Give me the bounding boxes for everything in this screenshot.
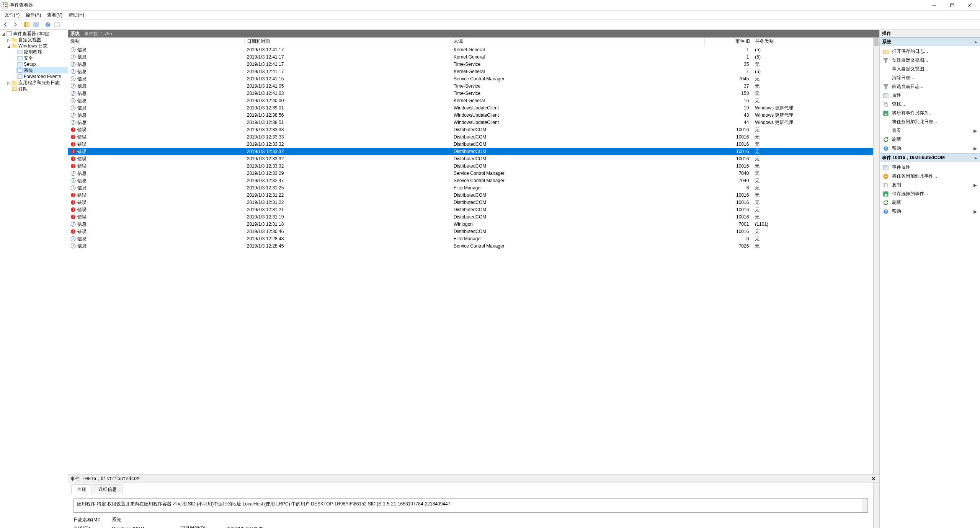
table-row[interactable]: !错误2019/1/3 12:33:32DistributedCOM10016无 — [68, 141, 873, 148]
scrollbar[interactable] — [873, 37, 879, 474]
table-row[interactable]: i信息2019/1/3 12:38:51WindowsUpdateClient4… — [68, 119, 873, 126]
action-item[interactable]: 查看▶ — [880, 126, 980, 135]
expander-icon[interactable]: ◢ — [6, 44, 11, 48]
maximize-button[interactable] — [943, 0, 961, 11]
expander-icon[interactable]: ◢ — [1, 32, 6, 36]
tree-subscriptions[interactable]: ▷ 订阅 — [5, 86, 68, 92]
table-row[interactable]: i信息2019/1/3 12:41:03Time-Service158无 — [68, 90, 873, 97]
col-header-id[interactable]: 事件 ID — [705, 37, 753, 46]
menu-help[interactable]: 帮助(H) — [65, 11, 87, 19]
collapse-icon[interactable]: ▲ — [974, 40, 978, 44]
filter-icon — [883, 57, 889, 64]
action-item[interactable]: 刷新 — [880, 135, 980, 144]
scrollbar-thumb[interactable] — [874, 38, 879, 46]
tab-details[interactable]: 详细信息 — [93, 484, 122, 494]
value-logged: 2019/1/3 12:33:32 — [227, 526, 303, 528]
help-button[interactable]: ? — [44, 20, 52, 29]
menu-view[interactable]: 查看(V) — [44, 11, 65, 19]
table-row[interactable]: !错误2019/1/3 12:31:19DistributedCOM10016无 — [68, 213, 873, 221]
cell-source: DistributedCOM — [451, 141, 705, 148]
action-item[interactable]: 保存选择的事件... — [880, 189, 980, 198]
action-item[interactable]: 将任务附加到此事件... — [880, 172, 980, 181]
table-row[interactable]: !错误2019/1/3 12:31:22DistributedCOM10016无 — [68, 199, 873, 206]
show-hide-tree-button[interactable] — [23, 20, 31, 29]
action-item[interactable]: 将任务附加到此日志... — [880, 117, 980, 126]
table-row[interactable]: i信息2019/1/3 12:40:00Kernel-General16无 — [68, 97, 873, 104]
forward-button[interactable] — [11, 20, 19, 29]
minimize-button[interactable] — [926, 0, 943, 11]
tree-log-security[interactable]: 安全 — [16, 55, 68, 61]
actions-section-event[interactable]: 事件 10016，DistributedCOM ▲ — [880, 153, 980, 162]
col-header-category[interactable]: 任务类别 — [753, 37, 873, 46]
table-row[interactable]: !错误2019/1/3 12:33:32DistributedCOM10016无 — [68, 155, 873, 163]
action-item[interactable]: 事件属性 — [880, 163, 980, 172]
expander-icon[interactable]: ▷ — [6, 81, 11, 85]
cell-date: 2019/1/3 12:30:46 — [245, 228, 451, 235]
action-item[interactable]: 刷新 — [880, 198, 980, 207]
actions-section-system[interactable]: 系统 ▲ — [880, 37, 980, 46]
table-row[interactable]: i信息2019/1/3 12:41:15Service Control Mana… — [68, 75, 873, 83]
toolbar-separator — [21, 21, 21, 28]
tree-log-forwarded[interactable]: Forwarded Events — [16, 73, 68, 80]
back-button[interactable] — [2, 20, 10, 29]
table-row[interactable]: i信息2019/1/3 12:28:48FilterManager6无 — [68, 235, 873, 243]
menu-file[interactable]: 文件(F) — [2, 11, 23, 19]
properties-button[interactable] — [32, 20, 40, 29]
action-label: 创建自定义视图... — [892, 57, 928, 64]
scrollbar[interactable] — [862, 499, 867, 512]
action-item[interactable]: 查找... — [880, 100, 980, 109]
table-row[interactable]: !错误2019/1/3 12:33:33DistributedCOM10016无 — [68, 126, 873, 134]
tree-pane[interactable]: ◢ 事件查看器 (本地) ▷ 自定义视图 — [0, 30, 68, 528]
tree-log-system[interactable]: 系统 — [16, 67, 68, 73]
action-item[interactable]: 复制▶ — [880, 181, 980, 189]
info-icon: i — [70, 222, 76, 227]
table-row[interactable]: i信息2019/1/3 12:39:01WindowsUpdateClient1… — [68, 104, 873, 112]
table-row[interactable]: i信息2019/1/3 12:32:47Service Control Mana… — [68, 177, 873, 184]
table-row[interactable]: !错误2019/1/3 12:31:22DistributedCOM10016无 — [68, 192, 873, 199]
action-item[interactable]: 将所有事件另存为... — [880, 109, 980, 117]
table-row[interactable]: i信息2019/1/3 12:28:45Service Control Mana… — [68, 243, 873, 250]
tab-general[interactable]: 常规 — [71, 484, 92, 494]
close-detail-button[interactable]: ✕ — [870, 475, 877, 482]
expander-icon[interactable]: ▷ — [6, 38, 11, 42]
collapse-icon[interactable]: ▲ — [974, 156, 978, 160]
col-header-level[interactable]: 级别 — [68, 37, 245, 46]
svg-rect-19 — [7, 31, 11, 36]
col-header-source[interactable]: 来源 — [451, 37, 705, 46]
table-row[interactable]: i信息2019/1/3 12:41:17Kernel-General1(5) — [68, 46, 873, 54]
event-list[interactable]: 级别 日期和时间 来源 事件 ID 任务类别 i信息2019/1/3 12:41… — [68, 37, 873, 474]
action-item[interactable]: 导入自定义视图... — [880, 65, 980, 73]
table-row[interactable]: i信息2019/1/3 12:41:05Time-Service37无 — [68, 83, 873, 90]
table-row[interactable]: i信息2019/1/3 12:41:17Kernel-General1(5) — [68, 54, 873, 61]
table-row[interactable]: !错误2019/1/3 12:30:46DistributedCOM10016无 — [68, 228, 873, 235]
action-item[interactable]: ?帮助▶ — [880, 207, 980, 216]
table-row[interactable]: !错误2019/1/3 12:33:32DistributedCOM10016无 — [68, 148, 873, 155]
toolbar-extra-button[interactable] — [53, 20, 61, 29]
table-row[interactable]: i信息2019/1/3 12:41:17Kernel-General1(5) — [68, 68, 873, 75]
scrollbar[interactable] — [873, 482, 879, 528]
table-row[interactable]: !错误2019/1/3 12:31:21DistributedCOM10016无 — [68, 206, 873, 213]
action-item[interactable]: ?帮助▶ — [880, 144, 980, 153]
menu-action[interactable]: 操作(A) — [23, 11, 44, 19]
table-row[interactable]: i信息2019/1/3 12:41:17Time-Service35无 — [68, 61, 873, 68]
table-row[interactable]: !错误2019/1/3 12:33:32DistributedCOM10016无 — [68, 163, 873, 170]
action-item[interactable]: 清除日志... — [880, 73, 980, 82]
action-item[interactable]: 属性 — [880, 91, 980, 100]
tree-root[interactable]: ◢ 事件查看器 (本地) — [0, 31, 68, 37]
tree-log-app[interactable]: 应用程序 — [16, 49, 68, 55]
tree-custom-views[interactable]: ▷ 自定义视图 — [5, 37, 68, 43]
tree-windows-logs[interactable]: ◢ Windows 日志 — [5, 43, 68, 49]
table-row[interactable]: i信息2019/1/3 12:33:29Service Control Mana… — [68, 170, 873, 177]
table-row[interactable]: i信息2019/1/3 12:31:18Winlogon7001(1101) — [68, 221, 873, 228]
action-item[interactable]: 筛选当前日志... — [880, 82, 980, 91]
action-item[interactable]: 创建自定义视图... — [880, 56, 980, 65]
tree-log-setup[interactable]: Setup — [16, 61, 68, 67]
col-header-date[interactable]: 日期和时间 — [245, 37, 451, 46]
close-button[interactable] — [961, 0, 978, 11]
table-row[interactable]: i信息2019/1/3 12:38:56WindowsUpdateClient4… — [68, 112, 873, 119]
cell-id: 10016 — [705, 134, 753, 141]
tree-app-service-logs[interactable]: ▷ 应用程序和服务日志 — [5, 80, 68, 86]
table-row[interactable]: i信息2019/1/3 12:31:25FilterManager6无 — [68, 184, 873, 192]
action-item[interactable]: 打开保存的日志... — [880, 47, 980, 56]
table-row[interactable]: !错误2019/1/3 12:33:33DistributedCOM10016无 — [68, 134, 873, 141]
